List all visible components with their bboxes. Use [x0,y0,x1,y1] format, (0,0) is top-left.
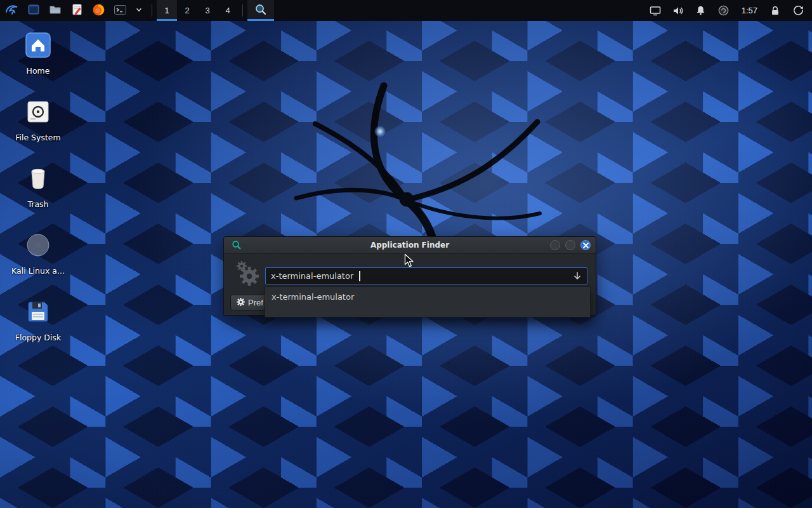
desktop-icon-kali-linux[interactable]: Kali Linux a... [6,231,70,276]
desktop-icon-label: Floppy Disk [15,333,61,342]
maximize-button[interactable] [565,240,575,250]
notifications-bell-icon[interactable] [691,0,711,21]
sync-status-icon[interactable] [714,0,734,21]
kali-logo-icon [4,2,20,19]
folder-icon [49,3,62,18]
firefox-icon [92,3,105,18]
display-icon[interactable] [645,0,665,21]
search-input-text: x-terminal-emulator [271,271,353,281]
window-icon [27,3,40,18]
clock-text: 1:57 [742,6,757,15]
titlebar[interactable]: Application Finder [224,237,596,254]
file-system-icon [23,97,53,129]
panel-launchers: 1 2 3 4 [0,0,274,21]
terminal-icon [114,3,127,18]
panel-separator [152,4,152,17]
search-input[interactable]: x-terminal-emulator [265,267,587,284]
workspace-button-4[interactable]: 4 [218,0,238,21]
desktop-icon-label: Trash [27,199,48,209]
desktop-icon-list: Home File System Trash Kali Linux a... F… [6,30,70,342]
volume-icon[interactable] [668,0,688,21]
workspace-button-3[interactable]: 3 [197,0,218,21]
workspace-label: 1 [164,6,169,15]
workspace-label: 3 [205,6,209,15]
close-icon [583,243,589,248]
launcher-text-editor[interactable] [66,0,88,21]
text-caret [359,271,360,281]
clock[interactable]: 1:57 [737,0,763,21]
desktop-icon-home[interactable]: Home [6,30,70,76]
launcher-file-manager[interactable] [23,0,44,21]
dropdown-arrow-icon[interactable] [573,271,582,281]
desktop-icon-trash[interactable]: Trash [6,164,70,209]
magnifier-icon [254,3,267,18]
applications-menu-button[interactable] [1,0,23,21]
session-logout-icon[interactable] [788,0,808,21]
desktop-icon-floppy-disk[interactable]: Floppy Disk [6,297,70,342]
workspace-label: 2 [185,6,189,15]
taskbar-application-finder[interactable] [247,0,274,21]
preferences-label: Pref [248,298,263,307]
minimize-button[interactable] [550,240,560,250]
text-editor-icon [70,3,83,18]
lock-icon[interactable] [765,0,785,21]
top-panel: 1 2 3 4 1:57 [0,0,812,21]
system-tray: 1:57 [645,0,812,21]
home-icon [23,30,53,62]
gears-icon [234,260,259,289]
desktop-icon-label: Kali Linux a... [11,266,65,276]
trash-icon [23,164,53,196]
floppy-disk-icon [23,297,53,329]
workspace-button-2[interactable]: 2 [177,0,197,21]
desktop-icon-label: Home [27,66,50,76]
launcher-firefox[interactable] [88,0,109,21]
window-controls [550,240,591,250]
completion-dropdown: x-terminal-emulator [265,286,591,318]
window-title: Application Finder [224,241,596,250]
workspace-button-1[interactable]: 1 [157,0,177,21]
completion-item[interactable]: x-terminal-emulator [265,287,590,305]
launcher-files[interactable] [44,0,66,21]
wallpaper-glow [374,126,386,137]
launcher-terminal[interactable] [109,0,131,21]
disc-icon [23,231,53,262]
gear-icon [237,298,245,308]
desktop-icon-label: File System [15,133,61,142]
desktop-root: { "panel": { "clock": "1:57", "workspace… [0,0,812,508]
close-button[interactable] [580,240,591,250]
panel-spacer [274,0,645,21]
desktop-icon-file-system[interactable]: File System [6,97,70,142]
workspace-label: 4 [225,6,230,15]
launcher-terminal-dropdown[interactable] [131,0,147,21]
panel-separator [242,4,243,17]
chevron-down-icon [134,5,143,16]
